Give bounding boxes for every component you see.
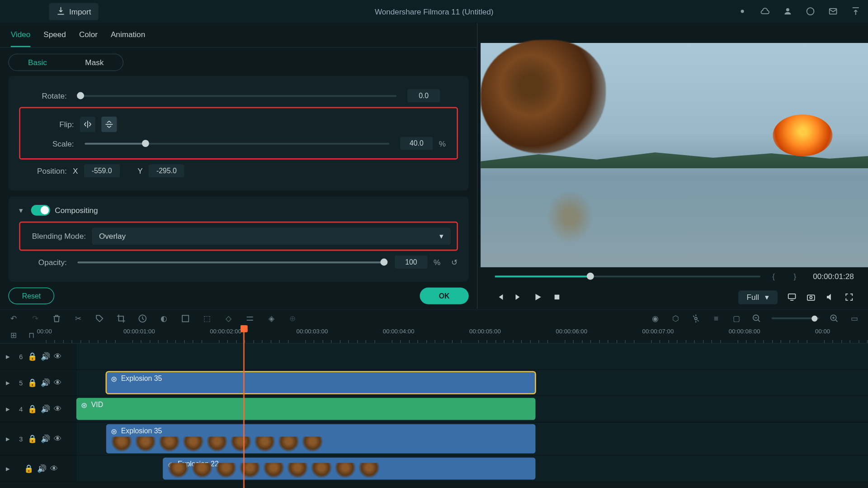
track-type-icon: ▸ bbox=[6, 434, 14, 443]
clip[interactable]: ⊛Explosion 35 bbox=[106, 424, 536, 454]
scale-label: Scale: bbox=[26, 139, 74, 148]
chevron-down-icon[interactable]: ▾ bbox=[19, 205, 26, 214]
delete-button[interactable] bbox=[51, 313, 62, 324]
magnet-icon[interactable]: ⊓ bbox=[26, 330, 37, 341]
volume-icon[interactable] bbox=[825, 292, 835, 302]
crop-button[interactable] bbox=[116, 313, 127, 324]
account-icon[interactable] bbox=[783, 6, 793, 17]
ok-button[interactable]: OK bbox=[420, 288, 469, 304]
ruler[interactable]: 00:0000:00:01:0000:00:02:0000:00:03:0000… bbox=[37, 327, 868, 343]
fit-icon[interactable]: ▭ bbox=[849, 313, 860, 324]
tips-icon[interactable] bbox=[737, 6, 748, 17]
tag-button[interactable] bbox=[94, 313, 105, 324]
help-icon[interactable] bbox=[805, 6, 816, 17]
opacity-slider[interactable] bbox=[77, 261, 384, 263]
position-x-input[interactable] bbox=[84, 164, 120, 177]
tab-speed[interactable]: Speed bbox=[43, 23, 66, 47]
compositing-title: Compositing bbox=[55, 205, 98, 214]
speed-button[interactable] bbox=[137, 313, 148, 324]
blend-mode-dropdown[interactable]: Overlay ▾ bbox=[92, 227, 451, 245]
display-icon[interactable] bbox=[787, 292, 797, 302]
clip[interactable]: ⊛Explosion 22 bbox=[163, 458, 535, 480]
preview-canvas[interactable] bbox=[481, 43, 868, 267]
rotate-slider[interactable] bbox=[77, 95, 396, 96]
mute-icon[interactable]: 🔊 bbox=[41, 404, 49, 413]
import-button[interactable]: Import bbox=[49, 3, 98, 20]
green-screen-button[interactable] bbox=[180, 313, 191, 324]
flip-horizontal-button[interactable] bbox=[80, 116, 95, 132]
color-button[interactable]: ◐ bbox=[159, 313, 170, 324]
tab-animation[interactable]: Animation bbox=[111, 23, 145, 47]
mute-icon[interactable]: 🔊 bbox=[41, 434, 49, 443]
visibility-icon[interactable]: 👁 bbox=[54, 378, 62, 387]
ruler-tick: 00:00:06:00 bbox=[556, 328, 587, 335]
opacity-label: Opacity: bbox=[19, 257, 67, 266]
lock-icon[interactable]: 🔒 bbox=[28, 404, 36, 413]
mark-brackets[interactable]: { } bbox=[772, 272, 805, 281]
render-icon[interactable]: ▢ bbox=[731, 313, 742, 324]
keyframe-button[interactable]: ◈ bbox=[266, 313, 277, 324]
crop-zoom-button[interactable]: ⬚ bbox=[202, 313, 212, 324]
adjust-button[interactable] bbox=[245, 313, 255, 324]
zoom-out-icon[interactable] bbox=[751, 313, 762, 324]
flip-vertical-button[interactable] bbox=[101, 116, 117, 132]
blend-label: Blending Mode: bbox=[26, 232, 86, 241]
compositing-toggle[interactable] bbox=[31, 204, 50, 215]
playhead[interactable] bbox=[243, 327, 245, 488]
reset-button[interactable]: Reset bbox=[8, 288, 54, 304]
track-number: 4 bbox=[19, 405, 23, 412]
scale-slider[interactable] bbox=[85, 142, 389, 144]
prev-frame-button[interactable] bbox=[495, 292, 505, 302]
fullscreen-icon[interactable] bbox=[844, 292, 854, 302]
track-type-icon: ▸ bbox=[6, 404, 14, 413]
subtab-mask[interactable]: Mask bbox=[66, 54, 123, 71]
audio-icon[interactable]: ≡ bbox=[711, 313, 722, 324]
lock-icon[interactable]: 🔒 bbox=[24, 464, 32, 473]
record-icon[interactable] bbox=[690, 313, 701, 324]
cloud-icon[interactable] bbox=[760, 6, 770, 17]
message-icon[interactable] bbox=[828, 6, 839, 17]
opacity-unit: % bbox=[434, 257, 445, 266]
play-button[interactable] bbox=[533, 292, 542, 302]
clip[interactable]: ⊛Explosion 35 bbox=[106, 372, 536, 394]
mute-icon[interactable]: 🔊 bbox=[41, 378, 49, 387]
export-icon[interactable] bbox=[850, 6, 861, 17]
tab-video[interactable]: Video bbox=[11, 23, 31, 47]
visibility-icon[interactable]: 👁 bbox=[50, 464, 58, 473]
lock-icon[interactable]: 🔒 bbox=[28, 352, 36, 361]
track-manage-icon[interactable]: ⊞ bbox=[8, 330, 19, 341]
stop-button[interactable] bbox=[552, 292, 561, 302]
visibility-icon[interactable]: 👁 bbox=[54, 352, 62, 361]
more-button[interactable]: ⊕ bbox=[288, 313, 298, 324]
snapshot-icon[interactable] bbox=[806, 292, 816, 302]
track-type-icon: ▸ bbox=[6, 352, 14, 361]
scale-input[interactable] bbox=[400, 137, 433, 150]
undo-button[interactable]: ↶ bbox=[8, 313, 19, 324]
lock-icon[interactable]: 🔒 bbox=[28, 434, 36, 443]
visibility-icon[interactable]: 👁 bbox=[54, 404, 62, 413]
rotate-input[interactable] bbox=[407, 89, 440, 102]
visibility-icon[interactable]: 👁 bbox=[54, 434, 62, 443]
mute-icon[interactable]: 🔊 bbox=[41, 352, 49, 361]
mixer-icon[interactable]: ◉ bbox=[650, 313, 661, 324]
opacity-reset-icon[interactable]: ↺ bbox=[451, 257, 458, 266]
mute-icon[interactable]: 🔊 bbox=[37, 464, 45, 473]
zoom-slider[interactable] bbox=[772, 317, 820, 319]
clip[interactable]: ⊛VID bbox=[76, 398, 536, 420]
next-frame-button[interactable] bbox=[514, 292, 524, 302]
quality-dropdown[interactable]: Full ▾ bbox=[738, 290, 778, 304]
preview-scrubber[interactable] bbox=[495, 275, 760, 277]
zoom-in-icon[interactable] bbox=[829, 313, 840, 324]
clip-label: Explosion 35 bbox=[121, 426, 162, 435]
redo-button[interactable]: ↷ bbox=[30, 313, 41, 324]
split-button[interactable]: ✂ bbox=[73, 313, 84, 324]
subtab-basic[interactable]: Basic bbox=[9, 54, 66, 71]
mask-button[interactable]: ◇ bbox=[223, 313, 234, 324]
opacity-input[interactable] bbox=[395, 256, 428, 269]
position-y-input[interactable] bbox=[149, 164, 184, 177]
marker-icon[interactable]: ⬡ bbox=[670, 313, 681, 324]
lock-icon[interactable]: 🔒 bbox=[28, 378, 36, 387]
track-number: 5 bbox=[19, 379, 23, 386]
tab-color[interactable]: Color bbox=[79, 23, 98, 47]
quality-value: Full bbox=[746, 293, 759, 302]
